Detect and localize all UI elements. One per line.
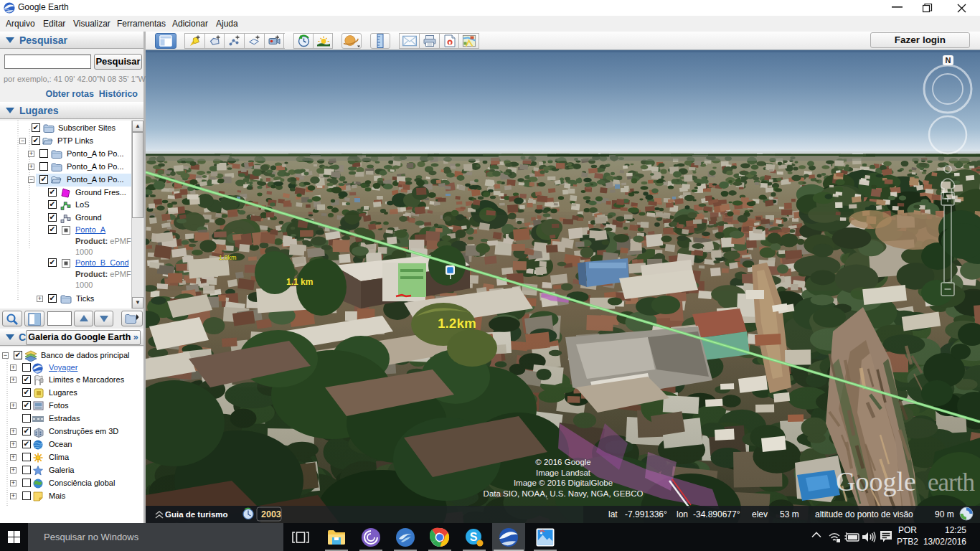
svg-text:2003: 2003 — [261, 509, 281, 519]
svg-text:lat: lat — [608, 509, 618, 519]
svg-text:-7.991336°: -7.991336° — [625, 509, 667, 519]
svg-text:earth: earth — [928, 468, 975, 496]
svg-text:Guia de turismo: Guia de turismo — [165, 510, 228, 519]
svg-text:altitude do ponto de visão: altitude do ponto de visão — [815, 509, 913, 519]
svg-text:53 m: 53 m — [780, 509, 799, 519]
svg-text:1.2km: 1.2km — [438, 316, 476, 331]
svg-text:Data SIO, NOAA, U.S. Navy, NGA: Data SIO, NOAA, U.S. Navy, NGA, GEBCO — [484, 489, 644, 498]
svg-text:Image © 2016 DigitalGlobe: Image © 2016 DigitalGlobe — [514, 479, 613, 487]
svg-text:Image Landsat: Image Landsat — [536, 468, 591, 477]
svg-text:© 2016 Google: © 2016 Google — [535, 458, 591, 466]
svg-text:1.0km: 1.0km — [219, 254, 237, 261]
svg-text:lon: lon — [677, 509, 688, 519]
svg-text:N: N — [946, 56, 951, 65]
svg-text:90 m: 90 m — [935, 509, 954, 519]
svg-text:elev: elev — [752, 509, 768, 519]
svg-text:Google: Google — [836, 466, 916, 496]
svg-text:1.1 km: 1.1 km — [286, 277, 313, 287]
svg-text:-34.890677°: -34.890677° — [693, 509, 740, 519]
svg-text:S: S — [470, 530, 478, 542]
